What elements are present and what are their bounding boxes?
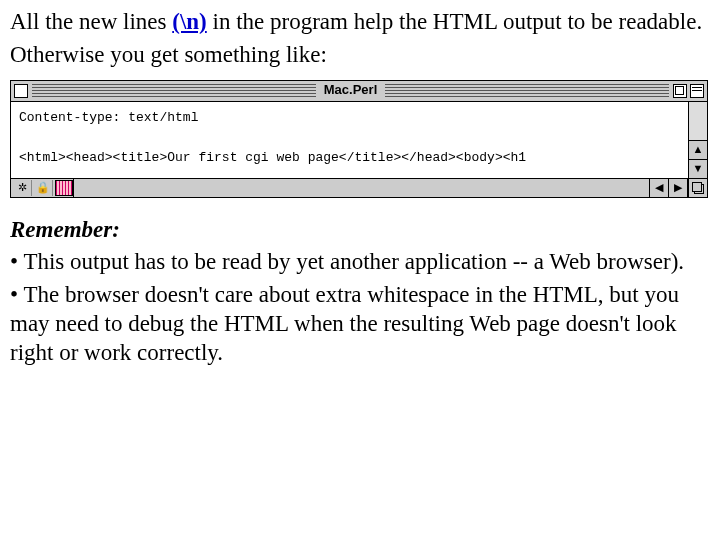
status-icon-bug[interactable]: ✲ [13,180,32,196]
vscroll-track[interactable] [689,102,707,140]
intro-text-2: in the program help the HTML output to b… [207,9,702,34]
window-title: Mac.Perl [316,81,385,101]
intro-paragraph: All the new lines (\n) in the program he… [10,8,710,37]
scroll-right-icon[interactable]: ▶ [669,179,688,197]
status-icon-lock[interactable]: 🔒 [34,180,53,196]
scroll-down-icon[interactable]: ▼ [689,159,707,178]
mac-window: Mac.Perl Content-type: text/html <html><… [10,80,708,198]
titlebar-stripes-left [32,84,316,98]
hscroll-track[interactable] [74,179,650,197]
intro-text-1: All the new lines [10,9,172,34]
collapse-box[interactable] [690,84,704,98]
status-cells: ✲ 🔒 [11,179,74,197]
output-content: Content-type: text/html <html><head><tit… [11,102,689,178]
remember-bullet-1: • This output has to be read by yet anot… [10,248,710,277]
newline-token: (\n) [172,9,207,34]
vertical-scrollbar[interactable]: ▲ ▼ [689,102,707,178]
output-line-2: <html><head><title>Our first cgi web pag… [19,148,680,168]
remember-section: Remember: • This output has to be read b… [10,216,710,368]
scroll-up-icon[interactable]: ▲ [689,140,707,159]
output-blank-line [19,128,680,148]
window-body: Content-type: text/html <html><head><tit… [11,102,707,178]
titlebar-stripes-right [385,84,669,98]
remember-bullet-2: • The browser doesn't care about extra w… [10,281,710,367]
status-stripes-icon [55,180,73,196]
close-box[interactable] [14,84,28,98]
scroll-left-icon[interactable]: ◀ [650,179,669,197]
titlebar: Mac.Perl [11,81,707,102]
grow-box[interactable] [688,179,707,197]
status-indicator[interactable] [55,180,73,196]
intro-line-2: Otherwise you get something like: [10,41,710,70]
titlebar-buttons [669,84,707,98]
output-line-1: Content-type: text/html [19,108,680,128]
zoom-box[interactable] [673,84,687,98]
remember-heading: Remember: [10,216,710,245]
bottom-bar: ✲ 🔒 ◀ ▶ [11,178,707,197]
